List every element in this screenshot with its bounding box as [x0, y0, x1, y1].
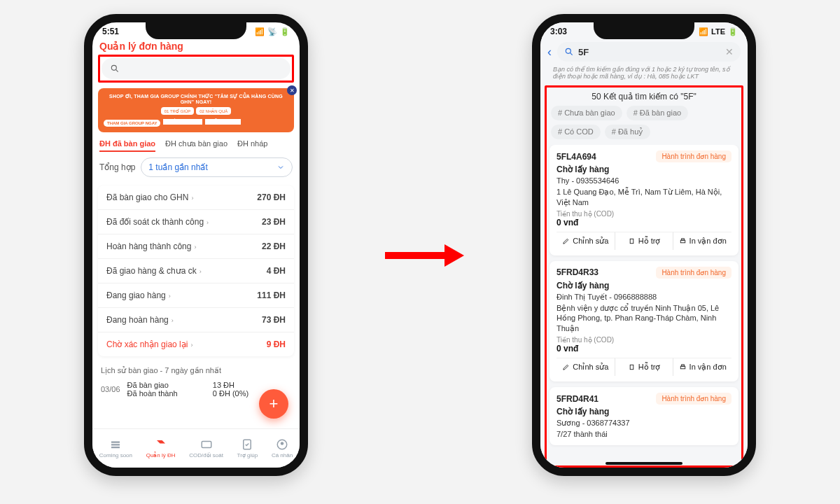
support-button[interactable]: Hỗ trợ: [615, 358, 673, 376]
summary-row[interactable]: Đã đối soát ck thành công›23 ĐH: [98, 209, 294, 234]
search-input[interactable]: [102, 58, 290, 79]
summary-row[interactable]: Đã giao hàng & chưa ck›4 ĐH: [98, 258, 294, 283]
summary-row[interactable]: Chờ xác nhận giao lại›9 ĐH: [98, 332, 294, 356]
phone-left: 5:51 📶📡🔋 Quản lý đơn hàng ✕ SHOP ƠI, THA…: [84, 14, 308, 476]
home-indicator: [606, 462, 682, 465]
tab-delivered[interactable]: ĐH đã bàn giao: [99, 139, 155, 152]
order-status: Chờ lấy hàng: [556, 281, 732, 290]
tab-coming-soon[interactable]: Coming soon: [99, 438, 132, 458]
order-card[interactable]: 5FRD4R33Hành trình đơn hàngChờ lấy hàngĐ…: [550, 261, 738, 382]
promo-banner[interactable]: ✕ SHOP ƠI, THAM GIA GROUP CHÍNH THỨC "TÂ…: [98, 88, 294, 132]
filter-chips: # Chưa bàn giao# Đã bàn giao# Có COD# Đã…: [547, 106, 741, 145]
cod-label: Tiền thu hộ (COD): [556, 336, 732, 344]
clear-icon[interactable]: ✕: [725, 46, 734, 57]
summary-row[interactable]: Đang giao hàng›111 ĐH: [98, 283, 294, 307]
support-button[interactable]: Hỗ trợ: [615, 232, 673, 250]
banner-cta[interactable]: THAM GIA GROUP NGAY: [104, 120, 160, 127]
order-address: Bệnh viện y dược cổ truyền Ninh Thuận 05…: [556, 303, 732, 333]
order-status: Chờ lấy hàng: [556, 407, 732, 416]
order-card[interactable]: 5FL4A694Hành trình đơn hàngChờ lấy hàngT…: [550, 145, 738, 255]
journey-badge[interactable]: Hành trình đơn hàng: [656, 267, 732, 279]
summary-row[interactable]: Hoàn hàng thành công›22 ĐH: [98, 234, 294, 258]
search-icon: [564, 47, 574, 57]
tab-draft[interactable]: ĐH nháp: [237, 139, 267, 152]
order-address: 1 Lê Quang Đạo, Mễ Trì, Nam Từ Liêm, Hà …: [556, 187, 732, 207]
summary-card: Đã bàn giao cho GHN›270 ĐHĐã đối soát ck…: [98, 186, 294, 356]
svg-rect-2: [111, 442, 120, 443]
print-button[interactable]: In vận đơn: [673, 358, 732, 376]
top-tabs: ĐH đã bàn giao ĐH chưa bàn giao ĐH nháp: [92, 135, 300, 152]
tab-orders[interactable]: Quản lý ĐH: [146, 438, 176, 458]
cod-amount: 0 vnđ: [556, 218, 732, 227]
tab-profile[interactable]: Cá nhân: [272, 438, 293, 458]
summary-row[interactable]: Đã bàn giao cho GHN›270 ĐH: [98, 186, 294, 209]
arrow-icon: [382, 241, 465, 272]
svg-rect-3: [111, 444, 120, 445]
back-button[interactable]: ‹: [547, 45, 552, 59]
cod-label: Tiền thu hộ (COD): [556, 210, 732, 218]
history-title: Lịch sử bàn giao - 7 ngày gần nhất: [92, 359, 300, 378]
select-value: 1 tuần gần nhất: [148, 162, 207, 172]
history-date: 03/06: [101, 385, 120, 393]
svg-rect-18: [681, 365, 684, 366]
filter-chip[interactable]: # Có COD: [551, 125, 601, 139]
chevron-down-icon: [276, 163, 285, 172]
filter-chip[interactable]: # Chưa bàn giao: [551, 106, 622, 120]
date-select[interactable]: 1 tuần gần nhất: [141, 158, 293, 177]
tab-bar: Coming soon Quản lý ĐH COD/đối soát Trợ …: [92, 428, 300, 468]
svg-rect-4: [111, 447, 120, 448]
search-top-bar: ‹ 5F ✕: [540, 38, 748, 64]
statusbar-time: 5:51: [102, 27, 119, 36]
svg-rect-15: [681, 239, 684, 240]
order-contact: Sương - 0368774337: [556, 418, 732, 428]
order-contact: Thy - 0935534646: [556, 176, 732, 186]
svg-rect-5: [202, 442, 211, 448]
banner-pill: 02 NHẬN QUÀ: [196, 107, 231, 115]
phone-right: 3:03 📶LTE🔋 ‹ 5F ✕ Bạn có thể tìm kiếm gầ…: [532, 14, 756, 476]
svg-marker-10: [444, 244, 464, 267]
order-code: 5FRD4R41: [556, 394, 598, 404]
tab-undelivered[interactable]: ĐH chưa bàn giao: [165, 139, 227, 152]
edit-button[interactable]: Chỉnh sửa: [556, 358, 615, 376]
journey-badge[interactable]: Hành trình đơn hàng: [656, 150, 732, 162]
svg-rect-16: [630, 365, 634, 369]
journey-badge[interactable]: Hành trình đơn hàng: [656, 393, 732, 405]
filter-label: Tổng hợp: [99, 162, 135, 172]
notch: [594, 22, 694, 39]
filter-chip[interactable]: # Đã huỷ: [605, 125, 651, 139]
cod-amount: 0 vnđ: [556, 344, 732, 354]
close-icon[interactable]: ✕: [287, 85, 297, 95]
fab-add[interactable]: +: [259, 389, 288, 419]
filter-row: Tổng hợp 1 tuần gần nhất: [92, 152, 300, 183]
summary-row[interactable]: Đang hoàn hàng›73 ĐH: [98, 307, 294, 332]
search-hint: Bạn có thể tìm kiếm gần đúng với 1 hoặc …: [540, 64, 748, 84]
search-icon: [110, 64, 120, 74]
svg-line-12: [570, 52, 573, 55]
highlight-results: 50 Kết quả tìm kiếm có "5F" # Chưa bàn g…: [545, 85, 743, 468]
statusbar-icons: 📶📡🔋: [252, 27, 290, 36]
tab-cod[interactable]: COD/đối soát: [189, 438, 223, 458]
notch: [146, 22, 246, 39]
results-count: 50 Kết quả tìm kiếm có "5F": [547, 88, 741, 106]
highlight-search: [98, 55, 294, 83]
print-button[interactable]: In vận đơn: [673, 232, 732, 250]
order-card[interactable]: 5FRD4R41Hành trình đơn hàngChờ lấy hàngS…: [550, 387, 738, 445]
page-title: Quản lý đơn hàng: [92, 38, 300, 53]
svg-rect-14: [680, 240, 685, 243]
svg-line-1: [115, 69, 118, 72]
edit-button[interactable]: Chỉnh sửa: [556, 232, 615, 250]
svg-rect-17: [680, 366, 685, 369]
order-code: 5FRD4R33: [556, 267, 598, 277]
banner-pill: 04 LẮNG NGHE: [205, 119, 241, 125]
filter-chip[interactable]: # Đã bàn giao: [626, 106, 689, 120]
search-value: 5F: [578, 47, 589, 57]
order-contact: Đinh Thị Tuyết - 0966888888: [556, 292, 732, 302]
svg-rect-13: [630, 239, 634, 243]
order-address: 7/27 thành thái: [556, 429, 732, 439]
order-status: Chờ lấy hàng: [556, 164, 732, 174]
statusbar-time: 3:03: [550, 27, 567, 36]
search-input[interactable]: 5F ✕: [557, 42, 741, 62]
tab-help[interactable]: Trợ giúp: [237, 438, 258, 458]
statusbar-icons: 📶LTE🔋: [696, 27, 738, 36]
banner-pill: 01 TRỢ GIÚP: [161, 107, 195, 115]
